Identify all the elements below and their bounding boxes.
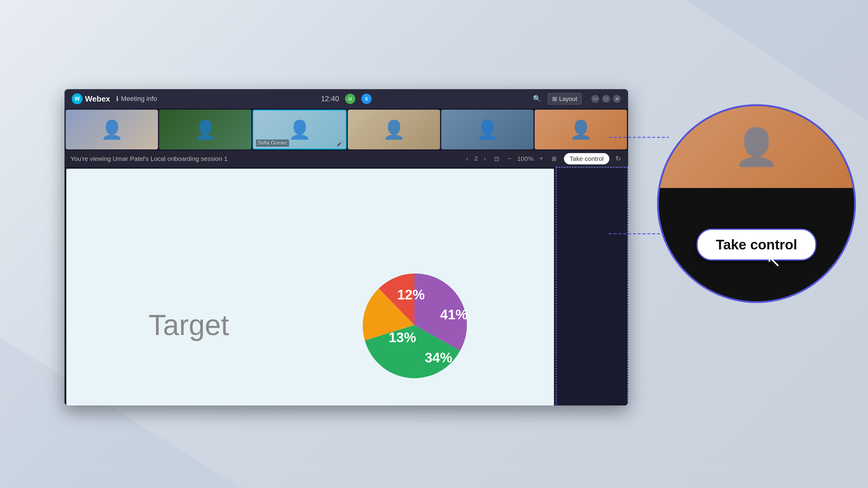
webex-window: W Webex ℹ Meeting info 12:40 U S 🔍 ⊞ Lay…: [64, 89, 628, 405]
title-bar: W Webex ℹ Meeting info 12:40 U S 🔍 ⊞ Lay…: [64, 89, 628, 108]
slide-content: Target: [66, 169, 554, 405]
zoomed-bottom: Take control: [659, 188, 854, 301]
zoom-level: 100%: [517, 155, 533, 162]
label-41: 41%: [440, 307, 468, 322]
layout-button[interactable]: ⊞ Layout: [548, 93, 582, 104]
label-34: 34%: [425, 350, 452, 365]
resize-icon: ⤢: [827, 261, 836, 274]
pie-chart: 41% 34% 13% 12%: [357, 268, 472, 382]
title-bar-right: 🔍 ⊞ Layout — □ ✕: [531, 93, 621, 104]
rotate-button[interactable]: ↻: [614, 154, 622, 164]
fit-button[interactable]: ⊡: [492, 154, 502, 164]
pie-chart-svg: 41% 34% 13% 12%: [357, 268, 472, 382]
participant-strip: 👤 👤 👤 Sofia Gomez 🎤 👤 👤: [64, 108, 628, 151]
thumb-inner-2: 👤: [159, 110, 251, 150]
zoom-out-button[interactable]: −: [505, 154, 514, 163]
webex-icon: W: [72, 93, 83, 104]
zoomed-presenter-bg: 👤: [659, 106, 854, 188]
mic-icon-3: 🎤: [337, 140, 343, 147]
page-next-button[interactable]: ›: [481, 154, 488, 163]
page-prev-button[interactable]: ‹: [464, 154, 471, 163]
participant-thumb-3[interactable]: 👤 Sofia Gomez 🎤: [253, 110, 347, 150]
layout-label: Layout: [559, 96, 577, 102]
person-icon-3: 👤: [288, 119, 311, 140]
label-13: 13%: [389, 330, 416, 345]
take-control-small-button[interactable]: Take control: [564, 153, 610, 164]
layout-icon: ⊞: [552, 95, 557, 102]
title-bar-center: 12:40 U S: [321, 94, 372, 104]
info-icon: ℹ: [116, 95, 119, 103]
sharing-controls: ‹ 2 › ⊡ − 100% + ⊞: [464, 154, 559, 164]
bg-shape-top: [687, 0, 868, 121]
search-button[interactable]: 🔍: [531, 93, 543, 104]
avatar-1: U: [345, 94, 355, 104]
person-icon-6: 👤: [569, 119, 592, 140]
participant-thumb-6[interactable]: 👤: [535, 110, 627, 150]
zoom-overlay-container: 👤 Take control ↖ ⤢: [609, 89, 868, 324]
dashed-border: [556, 167, 628, 405]
avatar-2: S: [361, 94, 372, 104]
sharing-toolbar: You're viewing Umar Patel's Local onboar…: [64, 151, 628, 167]
webex-logo: W Webex: [72, 93, 110, 104]
minimize-button[interactable]: —: [591, 95, 599, 103]
page-number: 2: [474, 155, 478, 162]
thumb-inner-5: 👤: [441, 110, 533, 150]
window-controls: — □ ✕: [591, 95, 621, 103]
person-icon-2: 👤: [194, 119, 217, 140]
thumb-inner-1: 👤: [66, 110, 158, 150]
dashed-connection-svg: [609, 89, 868, 324]
meeting-info-button[interactable]: ℹ Meeting info: [116, 95, 157, 103]
thumb-inner-6: 👤: [535, 110, 627, 150]
title-bar-left: W Webex ℹ Meeting info: [72, 93, 157, 104]
zoomed-person-icon: 👤: [734, 126, 779, 168]
grid-view-button[interactable]: ⊞: [549, 154, 559, 164]
label-12: 12%: [397, 287, 425, 302]
participant-name-3: Sofia Gomez: [256, 139, 289, 147]
meeting-info-label: Meeting info: [121, 95, 157, 103]
close-button[interactable]: ✕: [613, 95, 621, 103]
presenter-panel: 👤: [556, 167, 628, 405]
main-content-row: Target: [64, 167, 628, 405]
zoom-in-button[interactable]: +: [537, 154, 546, 163]
slide-area: Target: [66, 169, 554, 405]
person-icon-1: 👤: [101, 119, 123, 140]
slide-title: Target: [149, 308, 229, 341]
sharing-text: You're viewing Umar Patel's Local onboar…: [70, 155, 459, 162]
person-icon-4: 👤: [383, 119, 405, 140]
maximize-button[interactable]: □: [602, 95, 610, 103]
cursor-arrow: ↖: [766, 250, 781, 271]
time-display: 12:40: [321, 95, 339, 103]
participant-thumb-1[interactable]: 👤: [66, 110, 158, 150]
take-control-large-button[interactable]: Take control: [696, 229, 816, 261]
webex-title: Webex: [85, 94, 110, 104]
person-icon-5: 👤: [476, 119, 499, 140]
thumb-inner-4: 👤: [348, 110, 440, 150]
zoom-circle[interactable]: 👤 Take control ↖ ⤢: [657, 104, 856, 303]
participant-thumb-2[interactable]: 👤: [159, 110, 251, 150]
participant-thumb-5[interactable]: 👤: [441, 110, 533, 150]
participant-thumb-4[interactable]: 👤: [348, 110, 440, 150]
